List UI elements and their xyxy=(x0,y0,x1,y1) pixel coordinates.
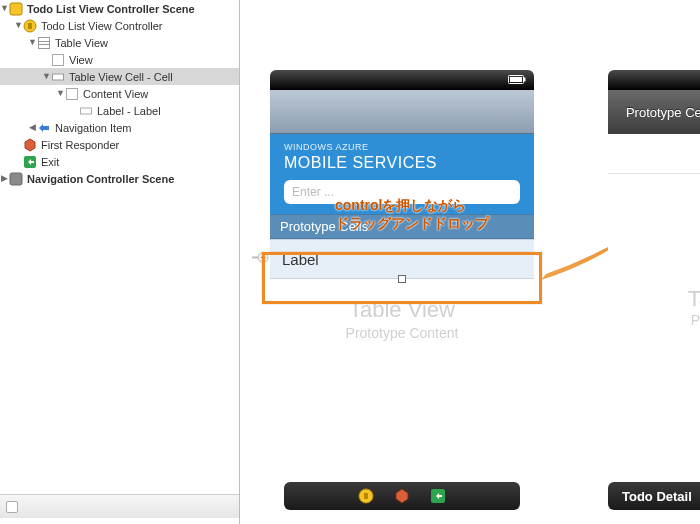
annotation-text: controlを押しながら ドラッグアンドドロップ xyxy=(335,196,489,232)
table-view-icon xyxy=(37,36,51,50)
outline-view-controller[interactable]: ▼ Todo List View Controller xyxy=(0,17,239,34)
first-responder-icon xyxy=(23,138,37,152)
outline-label: Content View xyxy=(83,88,233,100)
outline-exit[interactable]: ▼ Exit xyxy=(0,153,239,170)
svg-rect-13 xyxy=(524,78,526,82)
navigation-item-icon xyxy=(37,121,51,135)
outline-label: Table View xyxy=(55,37,233,49)
disclosure-triangle-icon[interactable]: ▼ xyxy=(14,21,23,30)
disclosure-triangle-icon[interactable]: ◀ xyxy=(28,123,37,132)
first-responder-dock-icon[interactable] xyxy=(394,488,410,504)
table-view-title: Tabl xyxy=(688,286,700,312)
segue-connector-icon xyxy=(252,250,270,269)
svg-rect-3 xyxy=(39,37,50,48)
outline-content-view[interactable]: ▼ Content View xyxy=(0,85,239,102)
table-view-subtitle: Prototype Content xyxy=(346,325,459,341)
scene-todo-detail[interactable]: Prototype Cells Tabl Protot xyxy=(608,70,700,440)
table-cell-icon xyxy=(51,70,65,84)
svg-rect-6 xyxy=(53,54,64,65)
scene-dock[interactable]: Todo Detail xyxy=(608,482,700,510)
outline-label: Label - Label xyxy=(97,105,233,117)
exit-dock-icon[interactable] xyxy=(430,488,446,504)
outline-label: Todo List View Controller xyxy=(41,20,233,32)
outline-label: Exit xyxy=(41,156,233,168)
outline-table-view[interactable]: ▼ Table View xyxy=(0,34,239,51)
outline-first-responder[interactable]: ▼ First Responder xyxy=(0,136,239,153)
scene-icon xyxy=(9,2,23,16)
header-title: MOBILE SERVICES xyxy=(284,154,520,172)
outline-scene-navigation[interactable]: ▶ Navigation Controller Scene xyxy=(0,170,239,187)
label-icon xyxy=(79,104,93,118)
navigation-bar: Prototype Cells xyxy=(608,90,700,134)
view-icon xyxy=(51,53,65,67)
table-view-body: Table View Prototype Content xyxy=(270,279,534,455)
svg-rect-18 xyxy=(364,493,368,499)
nav-title: Prototype Cells xyxy=(626,105,700,120)
disclosure-triangle-icon[interactable]: ▼ xyxy=(56,89,65,98)
outline-view[interactable]: ▼ View xyxy=(0,51,239,68)
outline-filter-toggle[interactable] xyxy=(6,501,18,513)
table-view-body: Tabl Protot xyxy=(608,174,700,440)
table-view-title: Table View xyxy=(349,297,455,323)
prototype-cell[interactable] xyxy=(608,134,700,174)
outline-label-item[interactable]: ▼ Label - Label xyxy=(0,102,239,119)
disclosure-triangle-icon[interactable]: ▶ xyxy=(0,174,9,183)
resize-handle-icon[interactable] xyxy=(398,275,406,283)
outline-label: Todo List View Controller Scene xyxy=(27,3,233,15)
svg-rect-14 xyxy=(510,77,522,82)
svg-rect-7 xyxy=(53,74,64,80)
disclosure-triangle-icon[interactable]: ▼ xyxy=(28,38,37,47)
cell-label: Label xyxy=(282,251,319,268)
view-icon xyxy=(65,87,79,101)
disclosure-triangle-icon[interactable]: ▼ xyxy=(0,4,9,13)
svg-rect-11 xyxy=(10,173,22,185)
outline-navigation-item[interactable]: ◀ Navigation Item xyxy=(0,119,239,136)
document-outline[interactable]: ▼ Todo List View Controller Scene ▼ Todo… xyxy=(0,0,240,524)
svg-rect-8 xyxy=(67,88,78,99)
outline-label: Navigation Controller Scene xyxy=(27,173,233,185)
outline-label: View xyxy=(69,54,233,66)
navigation-bar xyxy=(270,90,534,134)
exit-icon xyxy=(23,155,37,169)
scene-icon xyxy=(9,172,23,186)
annotation-line1: controlを押しながら xyxy=(335,196,489,214)
view-controller-dock-icon[interactable] xyxy=(358,488,374,504)
storyboard-canvas[interactable]: WINDOWS AZURE MOBILE SERVICES Enter ... … xyxy=(240,0,700,524)
table-view-subtitle: Protot xyxy=(691,312,700,328)
svg-rect-2 xyxy=(28,23,32,29)
status-bar xyxy=(270,70,534,90)
outline-label: First Responder xyxy=(41,139,233,151)
svg-rect-0 xyxy=(10,3,22,15)
scene-dock-title: Todo Detail xyxy=(622,489,692,504)
text-field-placeholder: Enter ... xyxy=(292,185,334,199)
header-subtitle: WINDOWS AZURE xyxy=(284,142,520,152)
prototype-cell[interactable]: Label xyxy=(270,239,534,279)
scene-dock[interactable] xyxy=(284,482,520,510)
status-bar xyxy=(608,70,700,90)
outline-label: Navigation Item xyxy=(55,122,233,134)
svg-rect-9 xyxy=(81,108,92,114)
outline-scene-todo-list[interactable]: ▼ Todo List View Controller Scene xyxy=(0,0,239,17)
view-controller-icon xyxy=(23,19,37,33)
battery-icon xyxy=(508,75,526,84)
outline-label: Table View Cell - Cell xyxy=(69,71,233,83)
disclosure-triangle-icon[interactable]: ▼ xyxy=(42,72,51,81)
outline-table-view-cell[interactable]: ▼ Table View Cell - Cell xyxy=(0,68,239,85)
annotation-line2: ドラッグアンドドロップ xyxy=(335,214,489,232)
outline-filter-bar xyxy=(0,494,239,518)
scene-todo-list[interactable]: WINDOWS AZURE MOBILE SERVICES Enter ... … xyxy=(270,70,534,455)
